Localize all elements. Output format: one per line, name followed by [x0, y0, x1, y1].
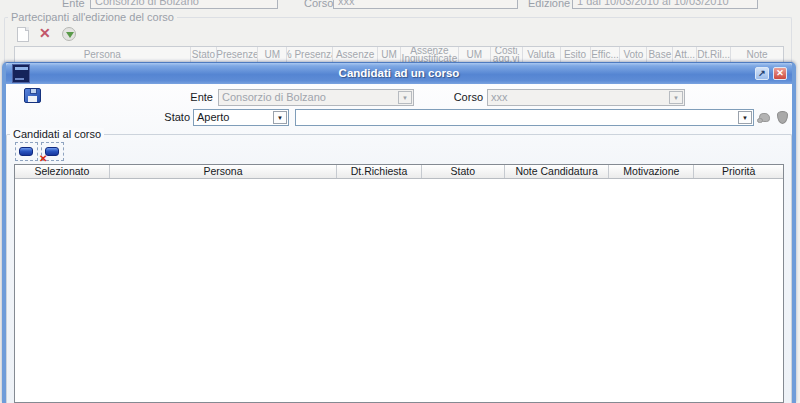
candidati-dialog: Candidati ad un corso ↗ ✕ Ente Consorzio… [2, 62, 796, 403]
restore-icon: ↗ [758, 68, 766, 78]
app-icon [12, 64, 30, 83]
chevron-down-icon: ▼ [402, 95, 408, 101]
red-x-icon: ✕ [39, 153, 47, 164]
app-icon-detail [15, 78, 24, 80]
bg-groupbox-title: Partecipanti all'edizione del corso [8, 11, 177, 23]
floppy-shutter [30, 89, 37, 94]
column-header-motivazione[interactable]: Motivazione [609, 165, 694, 178]
close-icon: ✕ [776, 68, 784, 78]
bg-column-header: UM [378, 47, 401, 63]
dropdown-button: ▼ [398, 91, 412, 104]
dialog-titlebar[interactable]: Candidati ad un corso ↗ ✕ [6, 63, 792, 84]
hand-icon [757, 118, 763, 123]
bg-column-header: Esito [561, 47, 591, 63]
column-header-stato[interactable]: Stato [422, 165, 505, 178]
bg-column-header: Base [647, 47, 673, 63]
column-header-priorita[interactable]: Priorità [694, 165, 783, 178]
chevron-down-icon: ▼ [742, 115, 748, 121]
bg-column-header: Costi agg.vi [491, 47, 523, 63]
select-all-button[interactable] [15, 142, 38, 161]
green-arrow-icon [66, 32, 74, 38]
bg-ente-label: Ente [62, 0, 85, 9]
bg-corso-field: xxx [333, 0, 518, 9]
bg-column-header: Note [731, 47, 783, 63]
bg-column-header: Dt.Ril... [697, 47, 731, 63]
stato-combo[interactable]: Aperto ▼ [193, 109, 289, 126]
column-header-persona[interactable]: Persona [110, 165, 337, 178]
close-button[interactable]: ✕ [773, 67, 787, 80]
restore-button[interactable]: ↗ [755, 67, 769, 80]
ente-combo: Consorzio di Bolzano ▼ [218, 89, 414, 106]
save-button[interactable] [24, 88, 41, 103]
corso-value: xxx [488, 90, 668, 105]
screen: Ente Consorzio di Bolzano Corso xxx Ediz… [0, 0, 800, 403]
dropdown-button[interactable]: ▼ [273, 111, 287, 124]
floppy-label [28, 96, 37, 102]
dialog-title: Candidati ad un corso [6, 63, 792, 84]
bg-column-header: Effic... [591, 47, 621, 63]
bg-column-header: Voto [620, 47, 647, 63]
bg-column-header: UM [459, 47, 491, 63]
select-all-icon [19, 147, 33, 156]
candidati-groupbox-title: Candidati al corso [10, 128, 104, 140]
corso-combo: xxx ▼ [487, 89, 685, 106]
chevron-down-icon: ▼ [673, 95, 679, 101]
ente-value: Consorzio di Bolzano [219, 90, 397, 105]
dialog-client: Ente Consorzio di Bolzano ▼ Corso xxx ▼ … [6, 84, 792, 403]
bg-ente-field: Consorzio di Bolzano [90, 0, 278, 9]
stato-label: Stato [133, 111, 190, 123]
import-icon [62, 27, 76, 41]
bg-column-header: Stato [191, 47, 218, 63]
candidate-picker-combo[interactable]: ▼ [295, 109, 754, 126]
table-body[interactable] [15, 179, 783, 402]
ente-label: Ente [156, 91, 213, 103]
shield-icon [777, 111, 788, 124]
bg-column-header: Presenze [217, 47, 258, 63]
bg-corso-label: Corso [304, 0, 333, 9]
dropdown-button: ▼ [669, 91, 683, 104]
column-header-selezionato[interactable]: Selezionato [15, 165, 110, 178]
column-header-note-candidatura[interactable]: Note Candidatura [505, 165, 610, 178]
candidates-table: Selezionato Persona Dt.Richiesta Stato N… [14, 164, 784, 403]
bg-column-header: Assenze [333, 47, 378, 63]
page-fold [25, 27, 29, 31]
bg-column-header: Assenze Ingiustificate [401, 47, 459, 63]
new-document-icon [17, 27, 29, 42]
bg-column-header: Valuta [523, 47, 561, 63]
column-header-dt-richiesta[interactable]: Dt.Richiesta [337, 165, 422, 178]
stato-value: Aperto [194, 110, 272, 125]
shield-icon-button [774, 110, 790, 125]
delete-icon: ✕ [39, 25, 51, 41]
dropdown-button[interactable]: ▼ [738, 111, 752, 124]
hand-icon-button [757, 110, 773, 125]
bg-column-header: Persona [15, 47, 191, 63]
deselect-all-button[interactable]: ✕ [41, 142, 64, 161]
candidate-picker-value [296, 110, 737, 125]
bg-edizione-label: Edizione [528, 0, 570, 9]
bg-edizione-field: 1 dal 10/03/2010 al 10/03/2010 [572, 0, 758, 9]
table-header-row: Selezionato Persona Dt.Richiesta Stato N… [15, 165, 783, 179]
corso-label: Corso [426, 91, 483, 103]
chevron-down-icon: ▼ [277, 115, 283, 121]
bg-column-header: UM [258, 47, 287, 63]
bg-column-header: % Presenza [287, 47, 333, 63]
app-icon-detail [15, 67, 28, 70]
bg-column-header: Att... [673, 47, 697, 63]
